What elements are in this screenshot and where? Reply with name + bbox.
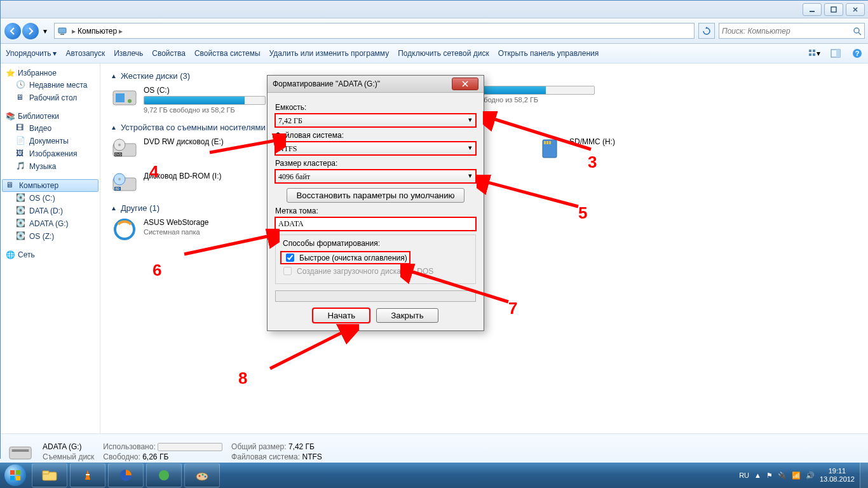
tray-lang[interactable]: RU <box>739 471 749 479</box>
preview-pane-button[interactable] <box>829 47 842 60</box>
quick-format-checkbox[interactable] <box>286 254 294 262</box>
cluster-select[interactable]: 4096 байт <box>275 170 476 183</box>
restore-defaults-button[interactable]: Восстановить параметры по умолчанию <box>287 188 464 203</box>
drive-icon: 💽 <box>16 231 26 241</box>
drive-icon: 💽 <box>16 193 26 203</box>
address-bar[interactable]: ▸ Компьютер ▸ <box>54 23 695 39</box>
video-icon: 🎞 <box>16 123 26 133</box>
total-val: 7,42 ГБ <box>288 442 315 451</box>
titlebar[interactable] <box>1 1 868 18</box>
svg-rect-8 <box>813 53 815 56</box>
tray-volume-icon[interactable]: 🔊 <box>806 471 815 480</box>
dialog-close-button[interactable] <box>452 78 478 90</box>
fs-val: NTFS <box>302 452 322 461</box>
item-name: ASUS WebStorage <box>144 218 269 227</box>
np-drive-d[interactable]: 💽DATA (D:) <box>2 205 98 217</box>
bd-icon: BD <box>111 172 139 194</box>
taskbar-app1[interactable] <box>146 463 182 487</box>
svg-rect-0 <box>810 11 815 12</box>
search-box[interactable]: Поиск: Компьютер <box>719 23 865 39</box>
volume-label-input[interactable] <box>275 217 476 231</box>
refresh-button[interactable] <box>698 23 715 39</box>
search-icon <box>853 27 862 36</box>
history-dropdown[interactable]: ▾ <box>40 23 50 39</box>
help-button[interactable]: ? <box>851 47 864 60</box>
np-libraries[interactable]: 📚Библиотеки <box>2 111 98 122</box>
svg-rect-5 <box>809 50 811 52</box>
tray-network-icon[interactable]: 📶 <box>792 471 801 480</box>
tb-uninstall[interactable]: Удалить или изменить программу <box>269 49 390 58</box>
np-drive-c[interactable]: 💽OS (C:) <box>2 192 98 205</box>
filesystem-label: Файловая система: <box>275 131 476 140</box>
removable-icon <box>7 440 34 463</box>
np-music[interactable]: 🎵Музыка <box>2 160 98 173</box>
drive-bd[interactable]: BD Дисковод BD-ROM (I:) <box>111 172 269 194</box>
tb-cpl[interactable]: Открыть панель управления <box>498 49 599 58</box>
methods-label: Способы форматирования: <box>281 239 382 248</box>
free-val: 6,26 ГБ <box>142 452 168 461</box>
np-videos[interactable]: 🎞Видео <box>2 122 98 135</box>
tray-clock[interactable]: 19:11 13.08.2012 <box>820 467 855 484</box>
music-icon: 🎵 <box>16 161 26 172</box>
item-asus[interactable]: ASUS WebStorage Системная папка <box>111 218 269 241</box>
dialog-titlebar[interactable]: Форматирование "ADATA (G:)" <box>268 76 484 93</box>
annotation-3: 3 <box>588 152 597 172</box>
maximize-button[interactable] <box>824 3 843 16</box>
tray-power-icon[interactable]: 🔌 <box>778 471 787 480</box>
breadcrumb-computer[interactable]: Компьютер <box>78 27 117 36</box>
close-button[interactable] <box>846 3 865 16</box>
tb-eject[interactable]: Извлечь <box>114 49 143 58</box>
tb-organize[interactable]: Упорядочить ▾ <box>6 49 57 58</box>
filesystem-select[interactable]: NTFS <box>275 142 476 155</box>
back-button[interactable] <box>4 23 21 39</box>
group-removable[interactable]: ▲Устройства со съемными носителями <box>111 123 858 132</box>
svg-rect-14 <box>116 93 125 102</box>
total-label: Общий размер: <box>231 442 286 451</box>
group-other[interactable]: ▲Другие (1) <box>111 203 858 213</box>
np-recent[interactable]: 🕓Недавние места <box>2 79 98 92</box>
tb-autoplay[interactable]: Автозапуск <box>65 49 105 58</box>
taskbar-paint[interactable] <box>184 463 220 487</box>
taskbar-firefox[interactable] <box>108 463 144 487</box>
np-documents[interactable]: 📄Документы <box>2 135 98 147</box>
dialog-title: Форматирование "ADATA (G:)" <box>273 79 380 88</box>
np-computer[interactable]: 🖥Компьютер <box>2 179 98 192</box>
np-drive-z[interactable]: 💽OS (Z:) <box>2 230 98 243</box>
details-title: ADATA (G:) <box>43 442 94 451</box>
clock-date: 13.08.2012 <box>820 475 855 484</box>
quick-format-label: Быстрое (очистка оглавления) <box>299 254 407 262</box>
drive-sd[interactable]: SD/MMC (H:) <box>536 137 663 165</box>
drive-name: DVD RW дисковод (E:) <box>144 137 269 146</box>
view-mode-button[interactable]: ▾ <box>808 47 820 60</box>
minimize-button[interactable] <box>803 3 822 16</box>
tray-flag-icon[interactable]: ▲ <box>754 471 761 479</box>
show-desktop-button[interactable] <box>860 463 868 488</box>
window-controls <box>803 3 865 16</box>
taskbar-vlc[interactable] <box>70 463 105 487</box>
sd-icon <box>536 137 564 160</box>
tb-sysprops[interactable]: Свойства системы <box>194 49 261 58</box>
start-button[interactable]: Начать <box>313 308 370 323</box>
close-dialog-button[interactable]: Закрыть <box>376 308 438 323</box>
np-desktop[interactable]: 🖥Рабочий стол <box>2 92 98 104</box>
group-hdd[interactable]: ▲Жесткие диски (3) <box>111 71 858 81</box>
recent-icon: 🕓 <box>16 80 26 90</box>
item-sub: Системная папка <box>144 228 269 236</box>
start-button[interactable] <box>0 463 31 488</box>
capacity-select[interactable]: 7,42 ГБ <box>275 114 476 127</box>
taskbar-explorer[interactable] <box>32 463 67 487</box>
np-network[interactable]: 🌐Сеть <box>2 249 98 261</box>
np-favorites[interactable]: ⭐Избранное <box>2 67 98 79</box>
tray-action-center-icon[interactable]: ⚑ <box>766 471 773 480</box>
np-drive-g[interactable]: 💽ADATA (G:) <box>2 217 98 230</box>
forward-button[interactable] <box>22 23 39 39</box>
svg-point-47 <box>159 470 169 480</box>
drive-partial[interactable]: свободно из 58,2 ГБ <box>473 86 600 114</box>
tb-mapdrive[interactable]: Подключить сетевой диск <box>398 49 489 58</box>
drive-dvd[interactable]: DVD DVD RW дисковод (E:) <box>111 137 269 165</box>
np-pictures[interactable]: 🖼Изображения <box>2 147 98 160</box>
svg-point-18 <box>118 144 121 146</box>
nav-section: ▾ ▸ Компьютер ▸ Поиск: Компьютер <box>1 18 868 44</box>
dvd-icon: DVD <box>111 137 139 160</box>
tb-properties[interactable]: Свойства <box>152 49 186 58</box>
